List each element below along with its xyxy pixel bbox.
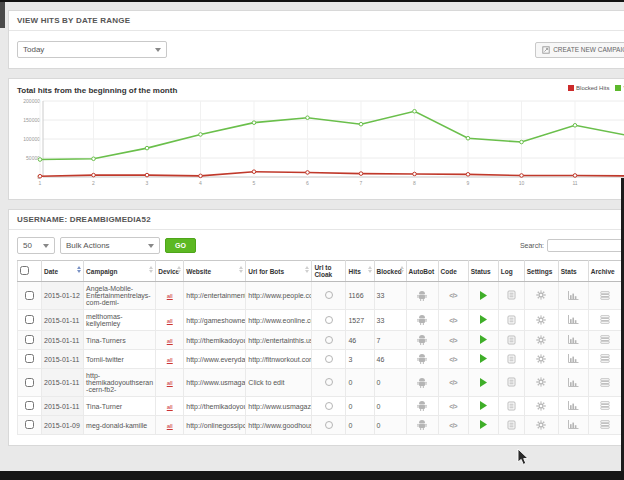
status-cell[interactable] xyxy=(468,282,498,310)
col-header-hits[interactable]: Hits xyxy=(346,261,374,282)
stats-cell[interactable] xyxy=(558,397,588,416)
chevron-down-icon xyxy=(43,244,49,248)
col-header-url-for-bots[interactable]: Url for Bots xyxy=(246,261,312,282)
url-to-cloak-icon[interactable] xyxy=(325,355,333,363)
autobot-cell[interactable] xyxy=(406,350,438,369)
col-header-campaign[interactable]: Campaign xyxy=(84,261,156,282)
settings-cell[interactable] xyxy=(524,350,558,369)
row-checkbox[interactable] xyxy=(25,378,34,387)
row-checkbox[interactable] xyxy=(25,401,34,410)
settings-cell[interactable] xyxy=(524,369,558,397)
col-header-blocked[interactable]: Blocked xyxy=(374,261,406,282)
device-link[interactable]: all xyxy=(167,338,173,344)
autobot-cell[interactable] xyxy=(406,310,438,331)
website-cell: http://themikadoyouthser... xyxy=(184,397,246,416)
url-for-bots-cell[interactable]: http://entertainthis.usatod... xyxy=(246,331,312,350)
code-cell[interactable]: </> xyxy=(438,369,468,397)
url-to-cloak-icon[interactable] xyxy=(325,402,333,410)
url-for-bots-cell[interactable]: Click to edit xyxy=(246,369,312,397)
log-cell[interactable] xyxy=(498,416,524,435)
stats-cell[interactable] xyxy=(558,350,588,369)
archive-cell[interactable] xyxy=(588,416,622,435)
url-for-bots-cell[interactable]: http://www.people.com/ar... xyxy=(246,282,312,310)
log-cell[interactable] xyxy=(498,369,524,397)
col-header-website[interactable]: Website xyxy=(184,261,246,282)
url-to-cloak-icon[interactable] xyxy=(325,336,333,344)
code-icon: </> xyxy=(449,292,457,299)
row-checkbox[interactable] xyxy=(25,354,34,363)
url-for-bots-cell[interactable]: http://www.usmagazine.c... xyxy=(246,397,312,416)
col-header-device[interactable]: Device xyxy=(156,261,184,282)
archive-cell[interactable] xyxy=(588,350,622,369)
settings-gear-icon xyxy=(536,335,546,345)
url-for-bots-cell[interactable]: http://www.eonline.com/n... xyxy=(246,310,312,331)
autobot-cell[interactable] xyxy=(406,282,438,310)
device-link[interactable]: all xyxy=(167,293,173,299)
archive-cell[interactable] xyxy=(588,310,622,331)
status-cell[interactable] xyxy=(468,369,498,397)
code-icon: </> xyxy=(449,422,457,429)
stats-cell[interactable] xyxy=(558,331,588,350)
code-cell[interactable]: </> xyxy=(438,331,468,350)
archive-cell[interactable] xyxy=(588,331,622,350)
select-all-checkbox[interactable] xyxy=(20,266,29,275)
log-cell[interactable] xyxy=(498,310,524,331)
stats-cell[interactable] xyxy=(558,416,588,435)
settings-cell[interactable] xyxy=(524,310,558,331)
settings-cell[interactable] xyxy=(524,282,558,310)
settings-cell[interactable] xyxy=(524,397,558,416)
row-checkbox[interactable] xyxy=(25,315,34,324)
code-cell[interactable]: </> xyxy=(438,310,468,331)
url-to-cloak-icon[interactable] xyxy=(325,316,333,324)
row-checkbox[interactable] xyxy=(25,291,34,300)
search-input[interactable] xyxy=(547,239,624,252)
code-cell[interactable]: </> xyxy=(438,282,468,310)
log-cell[interactable] xyxy=(498,350,524,369)
archive-cell[interactable] xyxy=(588,282,622,310)
status-cell[interactable] xyxy=(468,331,498,350)
create-campaign-button[interactable]: CREATE NEW CAMPAIGN xyxy=(535,42,624,58)
go-button[interactable]: GO xyxy=(165,238,196,253)
row-checkbox[interactable] xyxy=(25,420,34,429)
date-range-select[interactable]: Today xyxy=(17,41,167,58)
device-link[interactable]: all xyxy=(167,357,173,363)
page-size-select[interactable]: 50 xyxy=(17,237,55,254)
status-cell[interactable] xyxy=(468,397,498,416)
stats-cell[interactable] xyxy=(558,310,588,331)
row-checkbox[interactable] xyxy=(25,335,34,344)
device-link[interactable]: all xyxy=(167,423,173,429)
bulk-actions-select[interactable]: Bulk Actions xyxy=(60,237,160,254)
log-cell[interactable] xyxy=(498,397,524,416)
campaign-cell: Tornii-twitter xyxy=(84,350,156,369)
autobot-cell[interactable] xyxy=(406,331,438,350)
code-cell[interactable]: </> xyxy=(438,350,468,369)
autobot-cell[interactable] xyxy=(406,416,438,435)
date-cell: 2015-01-09 xyxy=(42,416,84,435)
device-link[interactable]: all xyxy=(167,380,173,386)
code-cell[interactable]: </> xyxy=(438,397,468,416)
log-cell[interactable] xyxy=(498,331,524,350)
settings-cell[interactable] xyxy=(524,416,558,435)
url-for-bots-cell[interactable]: http://www.goodhouseke... xyxy=(246,416,312,435)
status-cell[interactable] xyxy=(468,416,498,435)
autobot-cell[interactable] xyxy=(406,397,438,416)
col-header-date[interactable]: Date xyxy=(42,261,84,282)
stats-cell[interactable] xyxy=(558,369,588,397)
device-link[interactable]: all xyxy=(167,318,173,324)
archive-cell[interactable] xyxy=(588,397,622,416)
url-to-cloak-icon[interactable] xyxy=(325,421,333,429)
archive-cell[interactable] xyxy=(588,369,622,397)
settings-cell[interactable] xyxy=(524,331,558,350)
url-for-bots-cell[interactable]: http://fitnworkout.com/ xyxy=(246,350,312,369)
status-cell[interactable] xyxy=(468,350,498,369)
log-cell[interactable] xyxy=(498,282,524,310)
autobot-cell[interactable] xyxy=(406,369,438,397)
url-to-cloak-icon[interactable] xyxy=(325,378,333,386)
col-header-url-to-cloak[interactable]: Url to Cloak xyxy=(312,261,346,282)
url-to-cloak-icon[interactable] xyxy=(325,291,333,299)
device-link[interactable]: all xyxy=(167,404,173,410)
stats-cell[interactable] xyxy=(558,282,588,310)
status-cell[interactable] xyxy=(468,310,498,331)
code-cell[interactable]: </> xyxy=(438,416,468,435)
campaign-cell: melthomas-kellylemley xyxy=(84,310,156,331)
